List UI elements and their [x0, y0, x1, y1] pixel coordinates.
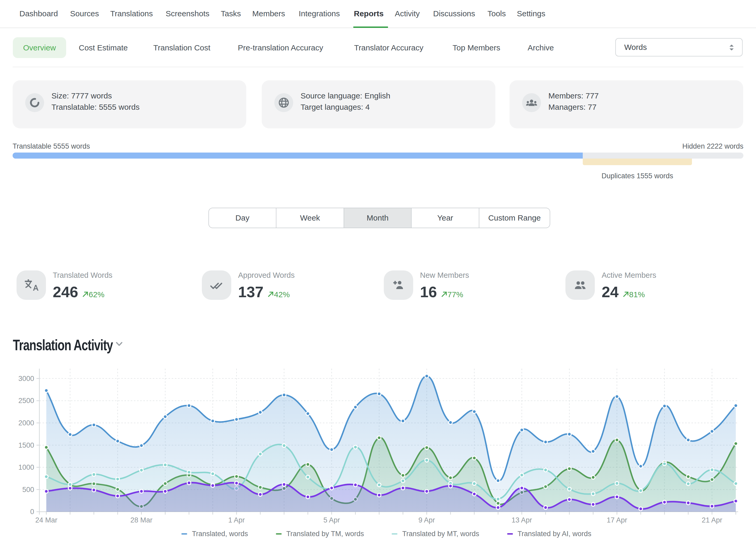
- svg-text:3000: 3000: [18, 375, 34, 383]
- svg-text:2500: 2500: [18, 397, 34, 405]
- svg-text:24 Mar: 24 Mar: [35, 516, 57, 524]
- svg-text:9 Apr: 9 Apr: [418, 516, 435, 524]
- svg-text:1000: 1000: [18, 463, 34, 471]
- svg-text:500: 500: [22, 486, 34, 494]
- svg-text:1500: 1500: [18, 441, 34, 449]
- svg-text:17 Apr: 17 Apr: [607, 516, 627, 524]
- svg-text:5 Apr: 5 Apr: [323, 516, 340, 524]
- svg-text:2000: 2000: [18, 419, 34, 427]
- svg-text:1 Apr: 1 Apr: [228, 516, 245, 524]
- svg-text:13 Apr: 13 Apr: [512, 516, 532, 524]
- svg-text:28 Mar: 28 Mar: [130, 516, 153, 524]
- svg-text:21 Apr: 21 Apr: [702, 516, 722, 524]
- svg-text:0: 0: [30, 508, 34, 516]
